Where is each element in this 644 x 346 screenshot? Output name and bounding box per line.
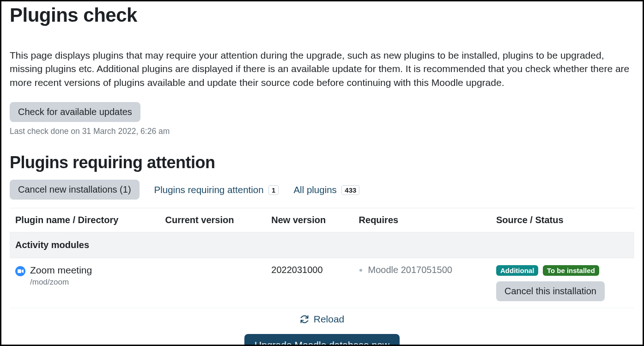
- table-category-row: Activity modules: [10, 232, 634, 258]
- cell-new-version: 2022031000: [266, 258, 353, 308]
- cell-status: Additional To be installed Cancel this i…: [491, 258, 634, 308]
- page-container: Plugins check This page displays plugins…: [0, 0, 644, 346]
- badge-source: Additional: [496, 265, 538, 276]
- th-name: Plugin name / Directory: [10, 208, 159, 232]
- cell-name: Zoom meeting /mod/zoom: [10, 258, 159, 308]
- plugin-name: Zoom meeting: [30, 265, 92, 276]
- plugins-table: Plugin name / Directory Current version …: [10, 208, 634, 308]
- check-updates-button[interactable]: Check for available updates: [10, 102, 140, 122]
- cancel-this-installation-button[interactable]: Cancel this installation: [496, 281, 605, 301]
- section-title: Plugins requiring attention: [10, 153, 634, 172]
- filter-attention-count: 1: [268, 185, 279, 195]
- badge-status: To be installed: [543, 265, 599, 276]
- page-title: Plugins check: [10, 4, 634, 26]
- filter-attention[interactable]: Plugins requiring attention 1: [154, 184, 279, 195]
- cell-requires: Moodle 2017051500: [353, 258, 491, 308]
- filter-all[interactable]: All plugins 433: [293, 184, 359, 195]
- table-header-row: Plugin name / Directory Current version …: [10, 208, 634, 232]
- upgrade-row: Upgrade Moodle database now: [10, 334, 634, 346]
- filter-all-link[interactable]: All plugins: [293, 184, 336, 195]
- th-current: Current version: [159, 208, 266, 232]
- intro-text: This page displays plugins that may requ…: [10, 49, 634, 89]
- reload-label: Reload: [314, 314, 345, 325]
- cell-current-version: [159, 258, 266, 308]
- th-status: Source / Status: [491, 208, 634, 232]
- filter-all-count: 433: [341, 185, 359, 195]
- zoom-icon: [15, 266, 25, 276]
- requires-item: Moodle 2017051500: [368, 265, 485, 275]
- table-row: Zoom meeting /mod/zoom 2022031000 Moodle…: [10, 258, 634, 308]
- plugin-directory: /mod/zoom: [30, 278, 92, 287]
- th-new: New version: [266, 208, 353, 232]
- reload-link[interactable]: Reload: [300, 314, 345, 325]
- last-check-text: Last check done on 31 March 2022, 6:26 a…: [10, 127, 634, 136]
- filter-attention-link[interactable]: Plugins requiring attention: [154, 184, 264, 195]
- svg-rect-0: [18, 269, 21, 273]
- cancel-new-installations-button[interactable]: Cancel new installations (1): [10, 180, 140, 200]
- category-label: Activity modules: [10, 232, 634, 258]
- refresh-icon: [300, 315, 309, 324]
- upgrade-database-button[interactable]: Upgrade Moodle database now: [244, 334, 400, 346]
- reload-row: Reload: [10, 314, 634, 326]
- filter-row: Cancel new installations (1) Plugins req…: [10, 180, 634, 200]
- th-requires: Requires: [353, 208, 491, 232]
